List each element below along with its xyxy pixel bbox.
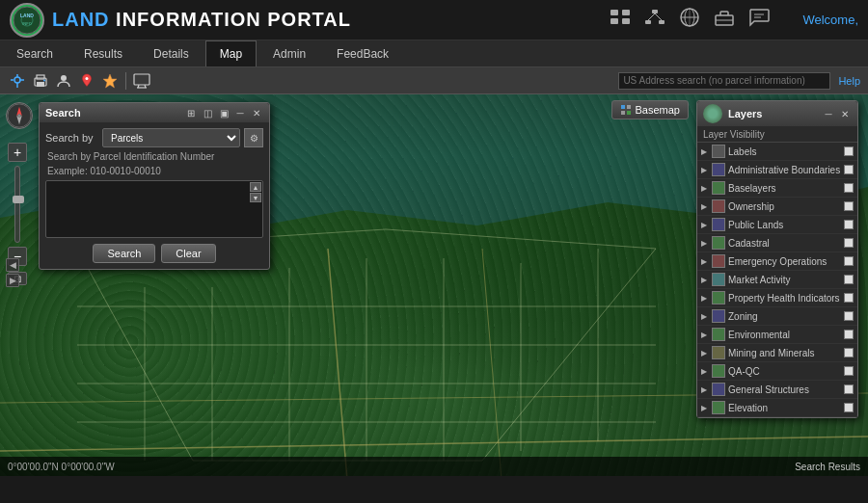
layer-checkbox[interactable] bbox=[844, 330, 854, 339]
tab-results[interactable]: Results bbox=[69, 40, 137, 66]
navigation-tabs: Search Results Details Map Admin FeedBac… bbox=[0, 40, 868, 67]
chat-icon[interactable] bbox=[748, 8, 770, 32]
compass-button[interactable] bbox=[6, 102, 33, 129]
zoom-slider-thumb[interactable] bbox=[13, 196, 24, 203]
layer-expand-arrow[interactable]: ▶ bbox=[701, 331, 709, 339]
print-icon[interactable] bbox=[31, 71, 50, 91]
layer-checkbox[interactable] bbox=[844, 146, 854, 156]
layer-checkbox[interactable] bbox=[844, 165, 854, 174]
tab-map[interactable]: Map bbox=[205, 40, 257, 66]
svg-point-30 bbox=[61, 75, 67, 81]
logo-icon: LAND INFO bbox=[10, 3, 44, 38]
logo: LAND INFO LAND INFORMATION PORTAL bbox=[10, 3, 351, 38]
person-icon[interactable] bbox=[54, 71, 73, 91]
clear-button[interactable]: Clear bbox=[161, 244, 215, 263]
layer-name: Emergency Operations bbox=[728, 256, 841, 267]
svg-rect-9 bbox=[645, 20, 651, 24]
help-button[interactable]: Help bbox=[838, 75, 860, 87]
scroll-up[interactable]: ▲ bbox=[250, 182, 261, 192]
layer-expand-arrow[interactable]: ▶ bbox=[701, 221, 709, 229]
layer-expand-arrow[interactable]: ▶ bbox=[701, 239, 709, 248]
layer-item: ▶ Elevation bbox=[697, 399, 857, 417]
pin-icon[interactable] bbox=[77, 71, 96, 91]
address-search-input[interactable] bbox=[618, 72, 830, 90]
layer-expand-arrow[interactable]: ▶ bbox=[701, 147, 709, 156]
layer-expand-arrow[interactable]: ▶ bbox=[701, 166, 709, 174]
scroll-down[interactable]: ▼ bbox=[250, 193, 261, 202]
layer-checkbox[interactable] bbox=[844, 348, 854, 357]
pan-controls: ◀ ▶ bbox=[6, 258, 19, 287]
search-widget-icon1[interactable]: ⊞ bbox=[184, 106, 198, 119]
svg-rect-64 bbox=[627, 111, 631, 115]
departments-icon[interactable] bbox=[610, 9, 631, 31]
layer-expand-arrow[interactable]: ▶ bbox=[701, 202, 709, 211]
layer-checkbox[interactable] bbox=[844, 238, 854, 248]
layers-title: Layers bbox=[728, 108, 819, 119]
search-widget-minimize[interactable]: ─ bbox=[233, 106, 247, 119]
layers-header[interactable]: Layers ─ ✕ bbox=[697, 101, 857, 126]
pan-arrow-1[interactable]: ◀ bbox=[6, 258, 19, 272]
layer-name: Zoning bbox=[728, 311, 841, 322]
basemap-label: Basemap bbox=[636, 104, 680, 116]
location-icon[interactable] bbox=[8, 71, 27, 91]
monitor-icon[interactable] bbox=[132, 71, 151, 91]
layer-item: ▶ Zoning bbox=[697, 307, 857, 326]
search-by-select[interactable]: Parcels bbox=[102, 128, 240, 147]
tab-feedback[interactable]: FeedBack bbox=[322, 40, 403, 66]
search-widget-icon3[interactable]: ▣ bbox=[217, 106, 231, 119]
globe-icon[interactable] bbox=[679, 7, 700, 33]
tab-admin[interactable]: Admin bbox=[258, 40, 320, 66]
tab-details[interactable]: Details bbox=[139, 40, 203, 66]
layer-expand-arrow[interactable]: ▶ bbox=[701, 349, 709, 357]
layer-name: Administrative Boundaries bbox=[728, 165, 841, 175]
layer-expand-arrow[interactable]: ▶ bbox=[701, 184, 709, 193]
layer-expand-arrow[interactable]: ▶ bbox=[701, 276, 709, 284]
search-widget-icon2[interactable]: ◫ bbox=[201, 106, 214, 119]
layer-expand-arrow[interactable]: ▶ bbox=[701, 312, 709, 321]
layers-minimize[interactable]: ─ bbox=[822, 107, 835, 120]
layer-checkbox[interactable] bbox=[844, 201, 854, 211]
search-results-link[interactable]: Search Results bbox=[795, 462, 860, 472]
layers-close[interactable]: ✕ bbox=[838, 107, 852, 120]
layer-thumbnail bbox=[712, 309, 725, 323]
map-area[interactable]: + − ⊡ ◀ ▶ Search ⊞ ◫ ▣ ─ ✕ Search by Par… bbox=[0, 94, 868, 476]
tab-search[interactable]: Search bbox=[2, 40, 68, 66]
layer-checkbox[interactable] bbox=[844, 403, 854, 412]
layers-list: ▶ Labels ▶ Administrative Boundaries ▶ B… bbox=[697, 143, 857, 417]
zoom-in-button[interactable]: + bbox=[8, 143, 27, 162]
layer-checkbox[interactable] bbox=[844, 293, 854, 303]
layer-expand-arrow[interactable]: ▶ bbox=[701, 367, 709, 376]
layer-name: Market Activity bbox=[728, 275, 841, 285]
layer-expand-arrow[interactable]: ▶ bbox=[701, 257, 709, 266]
star-icon[interactable] bbox=[100, 71, 120, 91]
layer-checkbox[interactable] bbox=[844, 275, 854, 284]
network-icon[interactable] bbox=[644, 9, 665, 31]
svg-point-60 bbox=[17, 114, 21, 118]
search-settings-btn[interactable]: ⚙ bbox=[244, 128, 263, 147]
zoom-slider-track[interactable] bbox=[14, 166, 20, 243]
basemap-button[interactable]: Basemap bbox=[611, 100, 689, 119]
search-button[interactable]: Search bbox=[93, 244, 155, 263]
pan-arrow-2[interactable]: ▶ bbox=[6, 274, 19, 287]
svg-line-11 bbox=[648, 13, 655, 20]
layer-checkbox[interactable] bbox=[844, 384, 854, 394]
svg-marker-32 bbox=[103, 74, 117, 88]
layer-checkbox[interactable] bbox=[844, 311, 854, 321]
layer-checkbox[interactable] bbox=[844, 220, 854, 229]
layer-checkbox[interactable] bbox=[844, 366, 854, 376]
layer-expand-arrow[interactable]: ▶ bbox=[701, 385, 709, 394]
layer-thumbnail bbox=[712, 291, 725, 304]
layer-checkbox[interactable] bbox=[844, 256, 854, 266]
search-widget-header[interactable]: Search ⊞ ◫ ▣ ─ ✕ bbox=[40, 103, 269, 122]
search-input[interactable] bbox=[45, 180, 263, 238]
svg-point-31 bbox=[86, 77, 89, 80]
briefcase-icon[interactable] bbox=[714, 8, 735, 32]
welcome-message: Welcome, bbox=[802, 13, 858, 27]
header-icons: Welcome, bbox=[610, 7, 858, 33]
svg-rect-8 bbox=[652, 10, 658, 13]
layer-checkbox[interactable] bbox=[844, 183, 854, 193]
svg-line-56 bbox=[482, 249, 502, 476]
layer-expand-arrow[interactable]: ▶ bbox=[701, 294, 709, 303]
layer-expand-arrow[interactable]: ▶ bbox=[701, 404, 709, 412]
search-widget-close[interactable]: ✕ bbox=[250, 106, 263, 119]
